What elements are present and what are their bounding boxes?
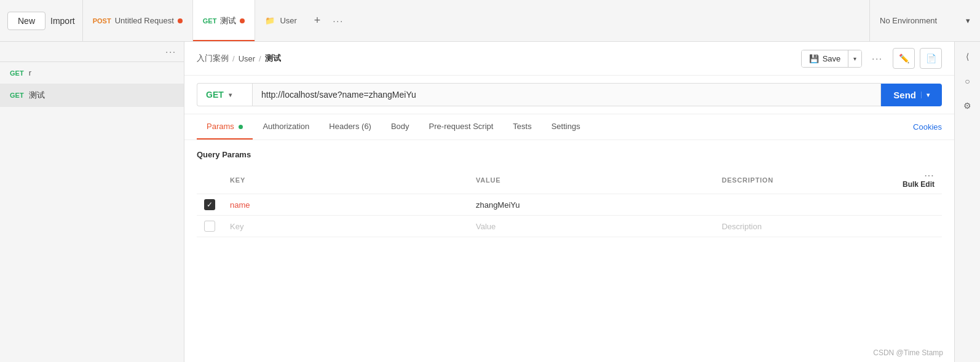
edit-icon-button[interactable]: ✏️ [893, 48, 915, 69]
params-table: KEY VALUE DESCRIPTION ··· Bulk Edit ✓ [197, 167, 942, 237]
sidebar-header: ··· [0, 42, 184, 62]
tab-method-get: GET [203, 17, 217, 25]
environment-selector[interactable]: No Environment ▾ [869, 0, 980, 41]
docs-icon: 📄 [926, 53, 936, 63]
row-0-check-cell: ✓ [197, 194, 223, 216]
tab-bar: New Import POST Untitled Request GET 测试 … [0, 0, 980, 42]
row-0-key: name [230, 200, 250, 210]
send-dropdown-icon[interactable]: ▾ [921, 92, 930, 98]
tab-params[interactable]: Params [197, 114, 253, 140]
tab-tests[interactable]: Tests [503, 114, 541, 140]
save-button[interactable]: 💾 Save [802, 50, 848, 67]
params-table-body: ✓ name zhangMeiYu [197, 194, 942, 237]
row-0-value-cell: zhangMeiYu [468, 194, 714, 216]
tab-headers[interactable]: Headers (6) [319, 114, 381, 140]
breadcrumb-sep-0: / [232, 54, 235, 63]
params-dot [239, 125, 243, 129]
table-row-placeholder: Key Value Description [197, 216, 942, 237]
send-label: Send [893, 90, 916, 100]
tab-body[interactable]: Body [381, 114, 419, 140]
query-params-title: Query Params [197, 150, 942, 159]
tab-post-untitled[interactable]: POST Untitled Request [83, 0, 193, 41]
placeholder-value: Value [476, 222, 496, 231]
placeholder-desc: Description [722, 222, 762, 231]
tab-get-ceshi[interactable]: GET 测试 [193, 0, 256, 41]
new-button[interactable]: New [7, 12, 45, 30]
breadcrumb-sep-1: / [259, 54, 261, 63]
breadcrumb-part-0: 入门案例 [197, 53, 229, 64]
env-label: No Environment [880, 16, 937, 25]
send-button[interactable]: Send ▾ [881, 84, 942, 106]
breadcrumb-path: 入门案例 / User / 测试 [197, 53, 281, 64]
tab-settings-label: Settings [551, 122, 580, 131]
edit-icon: ✏️ [899, 53, 909, 63]
tab-collection-user[interactable]: 📁 User [255, 0, 306, 41]
tab-bar-left: New Import [0, 0, 83, 41]
sidebar-item-label-1: 测试 [29, 90, 45, 101]
placeholder-checkbox[interactable] [204, 221, 215, 232]
tabs-more-button[interactable]: ··· [328, 0, 349, 41]
add-tab-button[interactable]: + [307, 0, 328, 41]
placeholder-desc-cell[interactable]: Description [714, 216, 893, 237]
tab-title-untitled: Untitled Request [115, 16, 174, 25]
col-header-value: VALUE [468, 167, 714, 194]
right-sidebar-btn-3[interactable]: ⚙ [958, 96, 978, 116]
placeholder-check-cell [197, 216, 223, 237]
row-0-desc-cell [714, 194, 893, 216]
sidebar-item-0[interactable]: GET r [0, 62, 184, 84]
main-area: ··· GET r GET 测试 入门案例 / User / 测试 [0, 42, 980, 362]
url-input[interactable] [252, 83, 881, 106]
tab-modified-dot [240, 18, 245, 23]
tab-settings[interactable]: Settings [542, 114, 590, 140]
bulk-edit-button[interactable]: Bulk Edit [903, 180, 935, 189]
method-select[interactable]: GET ▾ [197, 83, 252, 106]
save-label: Save [823, 54, 841, 63]
breadcrumb-current: 测试 [265, 53, 281, 64]
url-bar: GET ▾ Send ▾ [184, 76, 954, 114]
docs-icon-button[interactable]: 📄 [920, 48, 942, 69]
method-dropdown-icon: ▾ [229, 92, 232, 98]
collection-label: User [280, 16, 296, 25]
row-0-value: zhangMeiYu [476, 200, 520, 210]
tab-unsaved-dot [178, 18, 183, 23]
sidebar-item-label-0: r [29, 68, 31, 77]
params-table-header: KEY VALUE DESCRIPTION ··· Bulk Edit [197, 167, 942, 194]
tab-tests-label: Tests [513, 122, 531, 131]
breadcrumb-more-button[interactable]: ··· [867, 53, 888, 63]
breadcrumb: 入门案例 / User / 测试 💾 Save ▾ ··· ✏️ [184, 42, 954, 76]
watermark: CSDN @Time Stamp [873, 348, 943, 357]
tab-method-post: POST [93, 17, 111, 25]
tab-pre-request-label: Pre-request Script [429, 122, 494, 131]
tab-headers-label: Headers (6) [329, 122, 371, 131]
tab-authorization-label: Authorization [263, 122, 309, 131]
sidebar-item-1[interactable]: GET 测试 [0, 84, 184, 107]
sidebar-more-button[interactable]: ··· [165, 47, 176, 57]
right-icon-2: ○ [965, 76, 970, 86]
tabs-container: POST Untitled Request GET 测试 📁 User + ··… [83, 0, 980, 41]
breadcrumb-part-1: User [239, 54, 255, 63]
save-dropdown-button[interactable]: ▾ [848, 50, 861, 67]
right-sidebar-btn-1[interactable]: ⟨ [958, 47, 978, 66]
tab-authorization[interactable]: Authorization [253, 114, 319, 140]
table-row: ✓ name zhangMeiYu [197, 194, 942, 216]
col-header-key: KEY [223, 167, 468, 194]
sidebar-items: GET r GET 测试 [0, 62, 184, 362]
cookies-link[interactable]: Cookies [913, 115, 942, 139]
method-label: GET [206, 90, 224, 100]
right-sidebar-btn-2[interactable]: ○ [958, 71, 978, 91]
env-dropdown-icon: ▾ [966, 16, 970, 25]
tab-title-ceshi: 测试 [220, 15, 236, 26]
row-0-key-cell: name [223, 194, 468, 216]
col-header-actions: ··· Bulk Edit [893, 167, 942, 194]
import-button[interactable]: Import [50, 16, 75, 26]
collection-icon: 📁 [265, 16, 275, 25]
request-tabs: Params Authorization Headers (6) Body Pr… [184, 114, 954, 140]
table-more-button[interactable]: ··· [925, 171, 935, 180]
row-0-checkbox[interactable]: ✓ [204, 199, 215, 210]
breadcrumb-actions: 💾 Save ▾ ··· ✏️ 📄 [801, 48, 942, 69]
placeholder-value-cell[interactable]: Value [468, 216, 714, 237]
sidebar-item-method-0: GET [10, 69, 24, 77]
placeholder-key-cell[interactable]: Key [223, 216, 468, 237]
tab-pre-request[interactable]: Pre-request Script [419, 114, 504, 140]
save-group: 💾 Save ▾ [801, 50, 863, 68]
